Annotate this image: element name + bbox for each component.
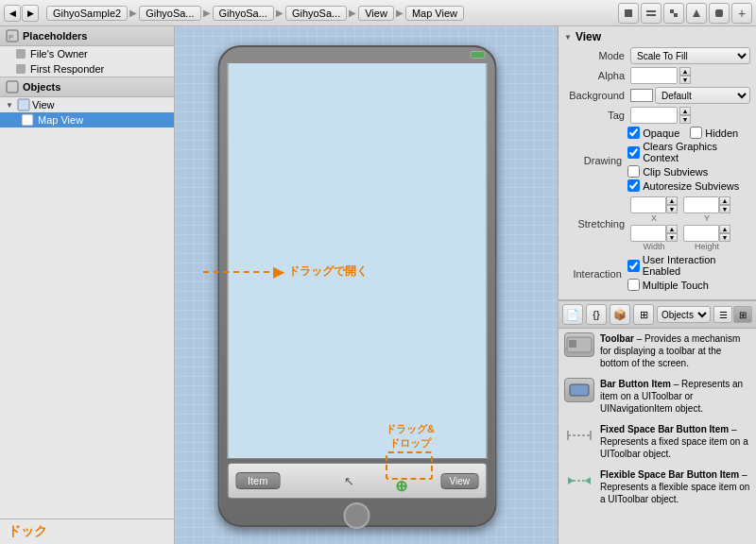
mode-label: Mode (564, 50, 630, 61)
stretch-x-col: 0.00 ▲ ▼ X (630, 196, 678, 223)
sidebar-item-files-owner[interactable]: File's Owner (0, 46, 174, 61)
stretch-w-up[interactable]: ▲ (666, 225, 678, 233)
home-button[interactable] (344, 502, 370, 529)
tree-item-map-view[interactable]: Map View (0, 112, 174, 128)
tag-row: Tag 0 ▲ ▼ (564, 107, 750, 124)
checkbox-autoresize-row: Autoresize Subviews (627, 179, 750, 192)
home-indicator (219, 502, 494, 529)
background-select[interactable]: Default (655, 87, 750, 104)
toolbar-icon-1[interactable] (618, 3, 639, 24)
stretch-h-down[interactable]: ▼ (719, 233, 730, 242)
library-view-toggle: ☰ ⊞ (713, 306, 752, 323)
checkbox-clears-label: Clears Graphics Context (643, 141, 750, 163)
nav-fwd-button[interactable]: ▶ (22, 5, 39, 22)
phone-view-button[interactable]: View (441, 473, 479, 489)
library-category-select[interactable]: Objects (657, 306, 711, 323)
stretch-x-stepper: ▲ ▼ (666, 196, 678, 213)
library-item-toolbar-icon (564, 332, 594, 357)
breadcrumb-sep-4: ▶ (349, 8, 356, 18)
mode-select[interactable]: Scale To Fill (630, 47, 750, 64)
breadcrumb-item-4[interactable]: GihyoSa... (285, 6, 347, 21)
alpha-stepper-up[interactable]: ▲ (679, 67, 691, 76)
stretch-x-input[interactable]: 0.00 (630, 196, 666, 213)
checkbox-autoresize[interactable] (627, 179, 640, 192)
phone-item-button[interactable]: Item (235, 472, 280, 489)
toolbar-icon-3[interactable] (663, 3, 684, 24)
breadcrumb-item-2[interactable]: GihyoSa... (139, 6, 200, 21)
checkbox-hidden[interactable] (690, 127, 702, 139)
responder-icon (15, 63, 26, 75)
stretch-x-up[interactable]: ▲ (666, 196, 678, 205)
breadcrumb-item-6[interactable]: Map View (405, 6, 464, 21)
library-item-fixed-space[interactable]: Fixed Space Bar Button Item – Represents… (558, 419, 756, 465)
checkbox-opaque-label: Opaque (643, 128, 679, 139)
objects-header: Objects (0, 76, 174, 97)
checkbox-multi-touch[interactable] (627, 279, 640, 291)
background-color-swatch[interactable] (630, 89, 653, 102)
w-label: Width (643, 242, 664, 251)
tree-triangle-view: ▼ (6, 101, 13, 110)
stretch-w-input[interactable]: 1.00 (630, 225, 666, 242)
breadcrumb-item-1[interactable]: GihyoSample2 (46, 6, 128, 21)
stretch-y-up[interactable]: ▲ (719, 196, 730, 205)
library-icon-box[interactable]: 📦 (610, 304, 630, 325)
main-content: P Placeholders File's Owner First Respon… (0, 26, 756, 544)
library-item-bar-button[interactable]: Bar Button Item – Represents an item on … (558, 374, 756, 419)
library-icon-code[interactable]: {} (586, 304, 607, 325)
checkbox-clip-label: Clip Subviews (643, 166, 708, 178)
tag-stepper-down[interactable]: ▼ (679, 115, 691, 124)
alpha-input[interactable]: 1.00 (630, 67, 678, 84)
library-item-flexible-space[interactable]: Flexible Space Bar Button Item – Represe… (558, 465, 756, 510)
stretch-w-col: 1.00 ▲ ▼ Width (630, 225, 678, 251)
alpha-stepper-down[interactable]: ▼ (679, 76, 691, 84)
tag-input[interactable]: 0 (630, 107, 678, 124)
fixed-space-svg-icon (566, 427, 593, 444)
stretch-h-up[interactable]: ▲ (719, 225, 730, 233)
library-icon-doc[interactable]: 📄 (562, 304, 583, 325)
library-grid-view-btn[interactable]: ⊞ (733, 306, 752, 323)
phone-toolbar-bottom: Item ↖ View (227, 463, 487, 499)
panel-triangle-icon: ▼ (564, 33, 572, 42)
checkbox-opaque[interactable] (627, 127, 640, 139)
toolbar-icon-add[interactable]: + (731, 3, 752, 24)
tag-label: Tag (564, 110, 630, 121)
toolbar-icon-5[interactable] (709, 3, 730, 24)
breadcrumb-item-3[interactable]: GihyoSa... (213, 6, 274, 21)
sidebar-item-first-responder[interactable]: First Responder (0, 61, 174, 76)
breadcrumb-item-5[interactable]: View (358, 6, 394, 21)
svg-rect-6 (715, 9, 723, 17)
stretch-h-stepper: ▲ ▼ (719, 225, 730, 242)
stretching-fields: 0.00 ▲ ▼ X 0.00 (630, 196, 730, 251)
drag-arrow-icon: ▶ (273, 263, 284, 280)
toolbar-icon-4[interactable] (686, 3, 707, 24)
tag-stepper-up[interactable]: ▲ (679, 107, 691, 115)
alpha-control: 1.00 ▲ ▼ (630, 67, 750, 84)
drawing-row: Drawing Opaque Hidden Clears Graphics Co… (564, 127, 750, 194)
svg-rect-1 (646, 10, 656, 12)
drawing-checkboxes: Opaque Hidden Clears Graphics Context Cl… (627, 127, 750, 194)
checkbox-clip[interactable] (627, 165, 640, 178)
nav-back-button[interactable]: ◀ (4, 5, 21, 22)
library-icon-grid[interactable]: ⊞ (633, 304, 654, 325)
toolbar-svg-icon (566, 336, 593, 353)
library-item-bar-button-icon (564, 378, 594, 402)
stretch-x-down[interactable]: ▼ (666, 205, 678, 213)
toolbar-icon-2[interactable] (641, 3, 662, 24)
library-item-toolbar-name: Toolbar (600, 333, 634, 344)
library-list-view-btn[interactable]: ☰ (713, 306, 732, 323)
svg-rect-15 (569, 340, 576, 348)
stretch-y-input[interactable]: 0.00 (683, 196, 719, 213)
checkbox-user-interaction[interactable] (627, 260, 640, 272)
interaction-row: Interaction User Interaction Enabled Mul… (564, 254, 750, 293)
stretch-h-input[interactable]: 1.00 (683, 225, 719, 242)
tree-item-view[interactable]: ▼ View (0, 97, 174, 112)
library-item-fixed-space-text: Fixed Space Bar Button Item – Represents… (600, 423, 750, 460)
library-item-toolbar[interactable]: Toolbar – Provides a mechanism for displ… (558, 329, 756, 374)
svg-rect-4 (674, 13, 678, 17)
stretch-y-down[interactable]: ▼ (719, 205, 730, 213)
checkbox-clears[interactable] (627, 146, 640, 159)
drag-line (203, 271, 269, 273)
stretch-w-down[interactable]: ▼ (666, 233, 678, 242)
svg-rect-16 (570, 384, 589, 396)
stretch-w-stepper: ▲ ▼ (666, 225, 678, 242)
